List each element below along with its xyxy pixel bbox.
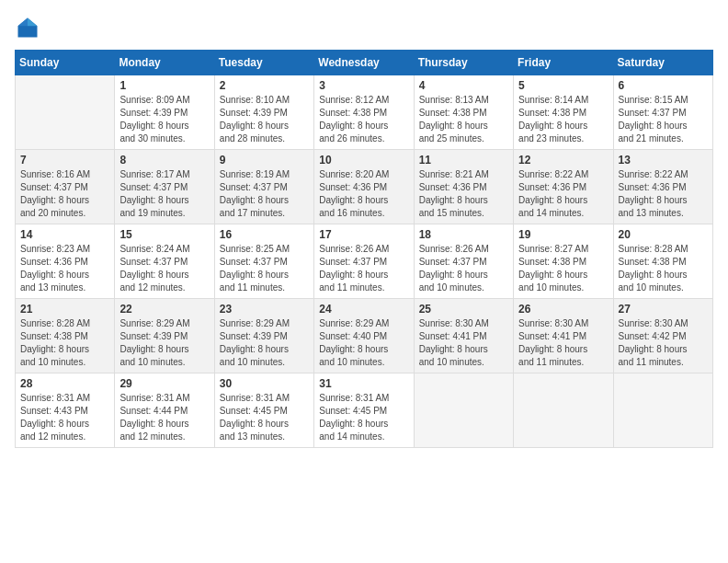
calendar-cell: 11Sunrise: 8:21 AMSunset: 4:36 PMDayligh…: [414, 150, 513, 224]
day-info: Sunrise: 8:23 AMSunset: 4:36 PMDaylight:…: [20, 243, 109, 294]
day-number: 18: [419, 228, 508, 241]
day-info: Sunrise: 8:12 AMSunset: 4:38 PMDaylight:…: [319, 94, 408, 145]
logo: [15, 15, 44, 40]
day-info: Sunrise: 8:22 AMSunset: 4:36 PMDaylight:…: [619, 168, 708, 220]
calendar-week-5: 28Sunrise: 8:31 AMSunset: 4:43 PMDayligh…: [16, 373, 713, 448]
day-info: Sunrise: 8:25 AMSunset: 4:37 PMDaylight:…: [220, 243, 309, 294]
svg-marker-1: [28, 18, 38, 27]
page-header: [15, 15, 713, 40]
day-info: Sunrise: 8:29 AMSunset: 4:39 PMDaylight:…: [119, 317, 209, 369]
calendar-cell: 16Sunrise: 8:25 AMSunset: 4:37 PMDayligh…: [214, 224, 313, 299]
day-info: Sunrise: 8:09 AMSunset: 4:39 PMDaylight:…: [119, 94, 209, 145]
day-info: Sunrise: 8:20 AMSunset: 4:36 PMDaylight:…: [319, 168, 408, 220]
day-info: Sunrise: 8:31 AMSunset: 4:45 PMDaylight:…: [220, 392, 309, 443]
calendar-cell: 18Sunrise: 8:26 AMSunset: 4:37 PMDayligh…: [414, 224, 513, 299]
day-number: 15: [119, 228, 209, 241]
weekday-header-saturday: Saturday: [613, 51, 712, 75]
day-number: 12: [518, 154, 608, 167]
day-number: 10: [319, 154, 408, 167]
day-number: 19: [518, 228, 608, 241]
calendar-week-2: 7Sunrise: 8:16 AMSunset: 4:37 PMDaylight…: [16, 150, 713, 224]
day-number: 3: [319, 79, 408, 92]
calendar-cell: 19Sunrise: 8:27 AMSunset: 4:38 PMDayligh…: [514, 224, 613, 299]
day-info: Sunrise: 8:16 AMSunset: 4:37 PMDaylight:…: [20, 168, 109, 220]
calendar-cell: 26Sunrise: 8:30 AMSunset: 4:41 PMDayligh…: [514, 299, 613, 373]
day-info: Sunrise: 8:30 AMSunset: 4:41 PMDaylight:…: [419, 317, 508, 369]
calendar-cell: 8Sunrise: 8:17 AMSunset: 4:37 PMDaylight…: [115, 150, 214, 224]
calendar-cell: 29Sunrise: 8:31 AMSunset: 4:44 PMDayligh…: [115, 373, 214, 448]
calendar-cell: 28Sunrise: 8:31 AMSunset: 4:43 PMDayligh…: [16, 373, 115, 448]
day-info: Sunrise: 8:29 AMSunset: 4:40 PMDaylight:…: [319, 317, 408, 369]
day-number: 23: [220, 303, 309, 316]
calendar-cell: 25Sunrise: 8:30 AMSunset: 4:41 PMDayligh…: [414, 299, 513, 373]
day-number: 30: [220, 377, 309, 390]
calendar-cell: 12Sunrise: 8:22 AMSunset: 4:36 PMDayligh…: [514, 150, 613, 224]
day-info: Sunrise: 8:28 AMSunset: 4:38 PMDaylight:…: [20, 317, 109, 369]
calendar-cell: 20Sunrise: 8:28 AMSunset: 4:38 PMDayligh…: [613, 224, 712, 299]
calendar-cell: 7Sunrise: 8:16 AMSunset: 4:37 PMDaylight…: [16, 150, 115, 224]
day-info: Sunrise: 8:31 AMSunset: 4:45 PMDaylight:…: [319, 392, 408, 443]
weekday-header-friday: Friday: [514, 51, 613, 75]
day-number: 5: [518, 79, 608, 92]
weekday-header-monday: Monday: [115, 51, 214, 75]
day-info: Sunrise: 8:22 AMSunset: 4:36 PMDaylight:…: [518, 168, 608, 220]
calendar-cell: 23Sunrise: 8:29 AMSunset: 4:39 PMDayligh…: [214, 299, 313, 373]
calendar-cell: [414, 373, 513, 448]
day-number: 28: [20, 377, 109, 390]
calendar-cell: 14Sunrise: 8:23 AMSunset: 4:36 PMDayligh…: [16, 224, 115, 299]
day-number: 24: [319, 303, 408, 316]
day-info: Sunrise: 8:27 AMSunset: 4:38 PMDaylight:…: [518, 243, 608, 294]
calendar-cell: 6Sunrise: 8:15 AMSunset: 4:37 PMDaylight…: [613, 75, 712, 150]
day-number: 9: [220, 154, 309, 167]
calendar-cell: 5Sunrise: 8:14 AMSunset: 4:38 PMDaylight…: [514, 75, 613, 150]
weekday-header-sunday: Sunday: [16, 51, 115, 75]
calendar-cell: 31Sunrise: 8:31 AMSunset: 4:45 PMDayligh…: [314, 373, 414, 448]
calendar-cell: 4Sunrise: 8:13 AMSunset: 4:38 PMDaylight…: [414, 75, 513, 150]
day-number: 20: [619, 228, 708, 241]
calendar-cell: [514, 373, 613, 448]
day-number: 17: [319, 228, 408, 241]
calendar-week-4: 21Sunrise: 8:28 AMSunset: 4:38 PMDayligh…: [16, 299, 713, 373]
day-info: Sunrise: 8:31 AMSunset: 4:44 PMDaylight:…: [119, 392, 209, 443]
day-info: Sunrise: 8:19 AMSunset: 4:37 PMDaylight:…: [220, 168, 309, 220]
day-number: 11: [419, 154, 508, 167]
calendar-cell: 27Sunrise: 8:30 AMSunset: 4:42 PMDayligh…: [613, 299, 712, 373]
day-info: Sunrise: 8:30 AMSunset: 4:41 PMDaylight:…: [518, 317, 608, 369]
day-info: Sunrise: 8:29 AMSunset: 4:39 PMDaylight:…: [220, 317, 309, 369]
calendar-cell: [16, 75, 115, 150]
svg-marker-2: [18, 18, 28, 27]
day-number: 31: [319, 377, 408, 390]
day-number: 27: [619, 303, 708, 316]
day-number: 29: [119, 377, 209, 390]
day-info: Sunrise: 8:21 AMSunset: 4:36 PMDaylight:…: [419, 168, 508, 220]
day-number: 14: [20, 228, 109, 241]
day-info: Sunrise: 8:17 AMSunset: 4:37 PMDaylight:…: [119, 168, 209, 220]
day-info: Sunrise: 8:26 AMSunset: 4:37 PMDaylight:…: [419, 243, 508, 294]
day-number: 26: [518, 303, 608, 316]
calendar-cell: 2Sunrise: 8:10 AMSunset: 4:39 PMDaylight…: [214, 75, 313, 150]
calendar-week-1: 1Sunrise: 8:09 AMSunset: 4:39 PMDaylight…: [16, 75, 713, 150]
calendar-cell: 24Sunrise: 8:29 AMSunset: 4:40 PMDayligh…: [314, 299, 414, 373]
calendar-cell: 21Sunrise: 8:28 AMSunset: 4:38 PMDayligh…: [16, 299, 115, 373]
calendar-week-3: 14Sunrise: 8:23 AMSunset: 4:36 PMDayligh…: [16, 224, 713, 299]
weekday-header-row: SundayMondayTuesdayWednesdayThursdayFrid…: [16, 51, 713, 75]
day-info: Sunrise: 8:30 AMSunset: 4:42 PMDaylight:…: [619, 317, 708, 369]
calendar-table: SundayMondayTuesdayWednesdayThursdayFrid…: [15, 50, 713, 448]
day-info: Sunrise: 8:15 AMSunset: 4:37 PMDaylight:…: [619, 94, 708, 145]
calendar-cell: 1Sunrise: 8:09 AMSunset: 4:39 PMDaylight…: [115, 75, 214, 150]
day-info: Sunrise: 8:28 AMSunset: 4:38 PMDaylight:…: [619, 243, 708, 294]
weekday-header-tuesday: Tuesday: [214, 51, 313, 75]
calendar-cell: 10Sunrise: 8:20 AMSunset: 4:36 PMDayligh…: [314, 150, 414, 224]
day-info: Sunrise: 8:24 AMSunset: 4:37 PMDaylight:…: [119, 243, 209, 294]
calendar-cell: 9Sunrise: 8:19 AMSunset: 4:37 PMDaylight…: [214, 150, 313, 224]
calendar-cell: [613, 373, 712, 448]
calendar-cell: 22Sunrise: 8:29 AMSunset: 4:39 PMDayligh…: [115, 299, 214, 373]
day-number: 25: [419, 303, 508, 316]
calendar-cell: 30Sunrise: 8:31 AMSunset: 4:45 PMDayligh…: [214, 373, 313, 448]
day-number: 21: [20, 303, 109, 316]
calendar-cell: 13Sunrise: 8:22 AMSunset: 4:36 PMDayligh…: [613, 150, 712, 224]
day-info: Sunrise: 8:10 AMSunset: 4:39 PMDaylight:…: [220, 94, 309, 145]
day-number: 2: [220, 79, 309, 92]
day-number: 7: [20, 154, 109, 167]
day-info: Sunrise: 8:31 AMSunset: 4:43 PMDaylight:…: [20, 392, 109, 443]
